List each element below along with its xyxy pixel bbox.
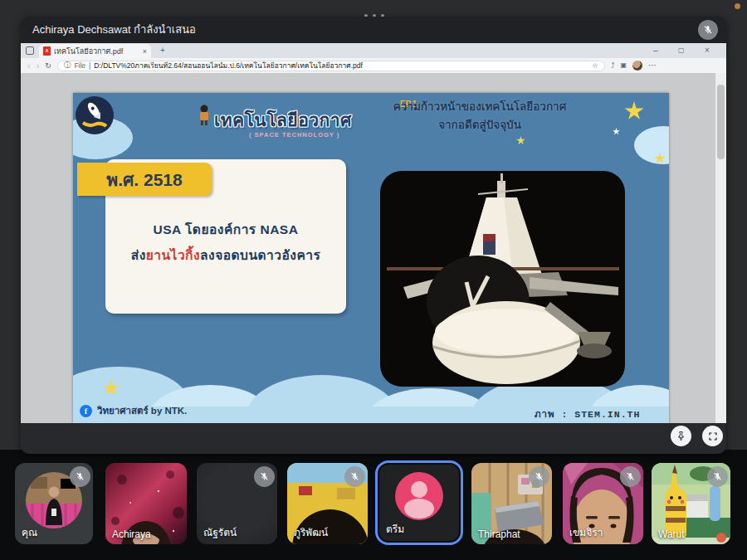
share-icon[interactable]: ⤴ <box>611 58 615 73</box>
url-divider: | <box>89 61 90 70</box>
screen-share-stage: Achiraya Dechsawat กำลังนำเสนอ A เทคโนโล… <box>21 17 726 454</box>
footer-credit: วิทยาศาสตร์ by NTK. <box>97 403 187 418</box>
window-close-icon[interactable]: × <box>705 43 710 58</box>
stage-control-bar <box>21 423 726 454</box>
pin-icon <box>676 431 686 441</box>
scrollbar-thumb[interactable] <box>717 85 725 159</box>
mic-off-icon <box>254 466 275 487</box>
viking-lander-image <box>380 171 625 387</box>
browser-tab-pdf[interactable]: A เทคโนโลยีอวกาศ.pdf × <box>39 44 151 58</box>
participant-name: ณัฐรัตน์ <box>203 524 237 540</box>
slide-footer-left: f วิทยาศาสตร์ by NTK. <box>80 403 187 418</box>
star-icon <box>624 101 644 121</box>
browser-toolbar: ‹ › ↻ ⓘ File | D:/DLTV%20ภาคเรียนที่2.64… <box>21 58 726 73</box>
slide-title: เทคโนโลยีอวกาศ <box>214 106 352 134</box>
browser-tab-strip: A เทคโนโลยีอวกาศ.pdf × + – ▢ × <box>21 43 726 58</box>
pdf-viewer: เทคโนโลยีอวกาศ EP.1 ( SPACE TECHNOLOGY )… <box>21 73 726 423</box>
participant-tile-phuriphat[interactable]: ภูริพัฒน์ <box>287 463 368 544</box>
browser-menu-icon[interactable]: ⋯ <box>648 58 657 73</box>
participant-name: Thiraphat <box>478 528 520 540</box>
participant-name: ภูริพัฒน์ <box>294 524 328 540</box>
tab-title: เทคโนโลยีอวกาศ.pdf <box>54 46 139 57</box>
new-tab-icon[interactable]: + <box>160 43 165 58</box>
presenter-banner: Achiraya Dechsawat กำลังนำเสนอ <box>21 17 726 43</box>
collections-icon[interactable]: ▣ <box>620 58 627 73</box>
participant-tile-warut[interactable]: Warut <box>652 463 730 544</box>
mic-off-icon <box>344 466 365 487</box>
recording-indicator-dot <box>735 3 740 9</box>
star-icon <box>613 128 620 135</box>
participant-tile-nattharat[interactable]: ณัฐรัตน์ <box>197 463 277 544</box>
mic-off-icon <box>529 466 549 487</box>
participant-tile-thiraphat[interactable]: Thiraphat <box>471 463 552 544</box>
participant-name: คุณ <box>22 524 37 540</box>
channel-logo <box>75 95 115 139</box>
participant-name: Achiraya <box>112 528 151 540</box>
participant-avatar <box>395 472 443 520</box>
slide-heading-line1: ความก้าวหน้าของเทคโนโลยีอวกาศ <box>372 98 588 116</box>
pdf-scrollbar[interactable] <box>715 73 726 423</box>
window-maximize-icon[interactable]: ▢ <box>678 43 685 58</box>
reload-icon[interactable]: ↻ <box>45 58 51 73</box>
pdf-file-icon: A <box>43 46 51 56</box>
fact-line2-post: ลงจอดบนดาวอังคาร <box>200 248 320 262</box>
slide-page-1: เทคโนโลยีอวกาศ EP.1 ( SPACE TECHNOLOGY )… <box>73 93 669 423</box>
presenter-mic-off-icon <box>698 20 718 40</box>
slide-heading: ความก้าวหน้าของเทคโนโลยีอวกาศ จากอดีตสู่… <box>372 98 588 134</box>
participant-name: ตรีม <box>386 521 404 537</box>
page-info-icon[interactable]: ⓘ <box>64 61 71 71</box>
slide-subtitle: ( SPACE TECHNOLOGY ) <box>249 131 339 139</box>
mic-off-icon <box>620 466 641 487</box>
window-minimize-icon[interactable]: – <box>653 43 658 58</box>
meet-screen: Achiraya Dechsawat กำลังนำเสนอ A เทคโนโล… <box>0 0 747 560</box>
participant-tile-trim[interactable]: ตรีม <box>379 465 459 541</box>
fact-line2-pre: ส่ง <box>131 248 146 262</box>
mic-off-icon <box>70 466 90 487</box>
participant-name: Warut <box>658 528 685 540</box>
address-bar[interactable]: ⓘ File | D:/DLTV%20ภาคเรียนที่2.64/สอนออ… <box>57 61 605 71</box>
bookmark-star-icon[interactable]: ☆ <box>592 61 598 70</box>
year-banner: พ.ศ. 2518 <box>77 163 212 196</box>
vertical-tabs-icon[interactable] <box>26 46 34 55</box>
fullscreen-icon <box>708 431 718 441</box>
pin-button[interactable] <box>671 426 691 446</box>
star-icon <box>516 136 525 145</box>
fact-line-2: ส่งยานไวกิ้งลงจอดบนดาวอังคาร <box>105 245 346 265</box>
fact-line-1: USA โดยองค์การ NASA <box>105 219 346 240</box>
cloud-shape <box>634 126 669 164</box>
participant-tile-you[interactable]: คุณ <box>15 463 93 544</box>
facebook-icon: f <box>80 405 92 417</box>
fact-line2-highlight: ยานไวกิ้ง <box>146 248 200 262</box>
browser-profile-avatar[interactable] <box>632 61 642 71</box>
back-icon[interactable]: ‹ <box>27 61 31 71</box>
forward-icon[interactable]: › <box>37 61 40 71</box>
url-scheme-label: File <box>74 61 85 70</box>
slide-heading-line2: จากอดีตสู่ปัจจุบัน <box>372 116 588 134</box>
participant-tile-achiraya[interactable]: Achiraya <box>105 463 187 544</box>
image-credit: ภาพ : STEM.IN.TH <box>535 407 640 421</box>
participant-name: เขมจิรา <box>569 524 603 540</box>
fullscreen-button[interactable] <box>702 426 723 446</box>
participant-tile-khemjira[interactable]: เขมจิรา <box>563 463 643 544</box>
cartoon-kid-figure <box>198 105 211 129</box>
participant-tile-trim-active[interactable]: ตรีม <box>375 460 463 545</box>
url-text: D:/DLTV%20ภาคเรียนที่2.64/สอนออนไลน์ม.ป.… <box>94 61 363 71</box>
mic-off-icon <box>707 466 728 487</box>
tab-close-icon[interactable]: × <box>143 44 147 59</box>
